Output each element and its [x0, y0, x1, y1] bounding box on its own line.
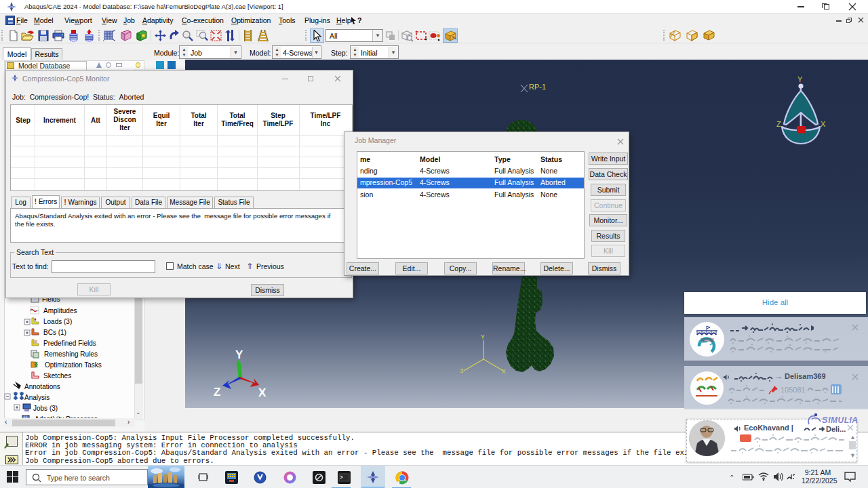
svg-text:X: X — [821, 120, 826, 128]
svg-text:Y: Y — [797, 75, 803, 83]
svg-text:Z: Z — [776, 120, 781, 128]
svg-text:Time/LPF: Time/LPF — [311, 112, 341, 119]
svg-text:Iter: Iter — [193, 120, 204, 127]
svg-text:RP-1: RP-1 — [529, 83, 546, 91]
svg-text:Equil: Equil — [153, 112, 170, 119]
svg-text:X: X — [502, 368, 506, 375]
svg-text:Step: Step — [271, 112, 285, 119]
svg-text:X: X — [258, 386, 267, 399]
svg-text:Severe: Severe — [114, 108, 136, 115]
svg-text:Increment: Increment — [43, 117, 76, 124]
svg-text:Time/Freq: Time/Freq — [221, 120, 254, 127]
svg-text:Deli...: Deli... — [826, 425, 846, 433]
svg-text:Total: Total — [229, 112, 245, 119]
svg-text:Att: Att — [91, 117, 101, 124]
svg-text:Iter: Iter — [156, 120, 167, 127]
svg-text:Z: Z — [214, 386, 220, 399]
svg-text:3: 3 — [460, 367, 464, 375]
svg-text:Time/LPF: Time/LPF — [263, 120, 294, 127]
svg-text:Discon: Discon — [113, 116, 136, 123]
svg-text:Step: Step — [16, 117, 31, 124]
svg-text:Y: Y — [481, 333, 485, 341]
svg-text:Inc: Inc — [321, 120, 331, 127]
svg-text:Y: Y — [235, 348, 243, 361]
svg-text:Iter: Iter — [119, 124, 130, 131]
svg-text:Total: Total — [191, 112, 206, 119]
